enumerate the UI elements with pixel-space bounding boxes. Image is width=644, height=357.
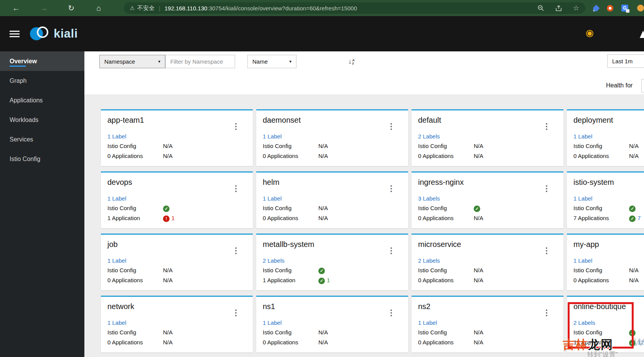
istio-config-label: Istio Config	[107, 267, 163, 274]
kebab-menu-icon[interactable]	[235, 246, 237, 255]
kebab-menu-icon[interactable]	[390, 184, 392, 193]
ok-status-icon[interactable]: ✓	[318, 268, 325, 274]
namespace-filter-input[interactable]	[165, 55, 235, 68]
kebab-menu-icon[interactable]	[546, 308, 547, 318]
ok-status-icon[interactable]: ✓	[629, 330, 636, 336]
labels-link[interactable]: 1 Label	[573, 133, 592, 140]
applications-status: N/A	[629, 152, 639, 160]
bell-icon[interactable]	[640, 31, 644, 38]
ok-status-icon[interactable]: ✓	[474, 206, 480, 212]
applications-label: 0 Applications	[263, 339, 318, 346]
mesh-warning-status-icon[interactable]	[586, 30, 593, 37]
applications-label: 7 Applications	[573, 214, 629, 222]
applications-label: 0 Applications	[573, 152, 629, 160]
kebab-menu-icon[interactable]	[390, 246, 392, 255]
ok-status-icon[interactable]: ✓	[629, 216, 636, 222]
bookmark-star-icon[interactable]: ☆	[573, 5, 579, 12]
istio-config-label: Istio Config	[263, 329, 318, 336]
labels-link[interactable]: 1 Label	[107, 133, 126, 140]
namespace-title: istio-system	[573, 177, 644, 187]
ok-status-icon[interactable]: ✓	[163, 206, 170, 212]
sort-field-select[interactable]: Name ▾	[247, 55, 296, 68]
duration-select[interactable]: Last 1m ▾	[607, 54, 644, 68]
applications-label: 0 Applications	[107, 339, 163, 346]
reload-icon[interactable]: ↻	[67, 3, 76, 13]
labels-link[interactable]: 1 Label	[418, 319, 437, 327]
translate-extension-icon[interactable]: G	[621, 5, 628, 12]
kebab-menu-icon[interactable]	[546, 122, 547, 131]
labels-link[interactable]: 1 Label	[573, 257, 592, 265]
kiali-logo: kiali	[30, 26, 78, 41]
labels-link[interactable]: 2 Labels	[263, 257, 285, 265]
sidebar-item-applications[interactable]: Applications	[0, 90, 84, 110]
filter-type-select[interactable]: Namespace ▾	[99, 55, 165, 68]
url-path: :30754/kiali/console/overview?duration=6…	[207, 5, 357, 12]
namespace-title: ns2	[418, 301, 557, 311]
labels-link[interactable]: 1 Label	[107, 257, 126, 265]
sidebar-item-services[interactable]: Services	[0, 130, 84, 149]
extension-orange-icon[interactable]	[607, 5, 613, 12]
labels-link[interactable]: 1 Label	[263, 133, 282, 140]
ok-status-icon[interactable]: ✓	[318, 278, 325, 284]
share-icon[interactable]	[555, 5, 562, 12]
applications-row: 0 Applications N/A	[107, 276, 246, 284]
extension-partial-icon[interactable]	[637, 5, 644, 12]
istio-config-label: Istio Config	[418, 267, 474, 274]
applications-count[interactable]: 1	[171, 215, 175, 221]
applications-row: 7 Applications ✓7	[573, 214, 644, 222]
sidebar-item-workloads[interactable]: Workloads	[0, 110, 84, 130]
applications-count[interactable]: 1	[327, 277, 330, 283]
namespace-title: job	[107, 239, 246, 249]
chevron-down-icon: ▾	[289, 59, 292, 64]
hamburger-menu-icon[interactable]	[10, 29, 20, 39]
labels-link[interactable]: 2 Labels	[573, 319, 595, 327]
extension-blue-icon[interactable]	[593, 5, 600, 12]
kebab-menu-icon[interactable]	[235, 184, 237, 193]
kebab-menu-icon[interactable]	[235, 122, 237, 131]
sidebar-item-overview[interactable]: Overview	[0, 51, 84, 71]
ok-status-icon[interactable]: ✓	[629, 206, 636, 212]
istio-config-row: Istio Config N/A	[107, 142, 246, 150]
istio-config-row: Istio Config ✓	[573, 329, 644, 336]
health-type-select[interactable]	[641, 79, 644, 92]
security-label[interactable]: 不安全	[137, 5, 155, 12]
error-status-icon[interactable]: !	[163, 216, 170, 222]
labels-link[interactable]: 2 Labels	[418, 257, 440, 265]
istio-config-row: Istio Config N/A	[418, 267, 557, 274]
side-navigation: Overview Graph Applications Workloads Se…	[0, 51, 84, 357]
kebab-menu-icon[interactable]	[546, 246, 547, 255]
applications-label: 0 Applications	[418, 214, 474, 222]
back-icon[interactable]: ←	[12, 4, 21, 13]
applications-count[interactable]: 7	[637, 215, 641, 221]
sidebar-item-istio-config[interactable]: Istio Config	[0, 149, 84, 169]
labels-link[interactable]: 1 Label	[107, 319, 126, 327]
applications-status: N/A	[474, 276, 483, 284]
istio-config-label: Istio Config	[107, 204, 163, 212]
labels-link[interactable]: 1 Label	[573, 195, 592, 202]
kebab-menu-icon[interactable]	[235, 308, 237, 318]
applications-row: 0 Applications N/A	[418, 214, 557, 222]
namespace-card-job: job 1 Label Istio Config N/A 0 Applicati…	[101, 234, 253, 290]
kebab-menu-icon[interactable]	[390, 122, 392, 131]
zoom-icon[interactable]	[537, 5, 544, 12]
namespace-card-daemonset: daemonset 1 Label Istio Config N/A 0 App…	[256, 109, 408, 166]
labels-link[interactable]: 1 Label	[263, 319, 282, 327]
labels-link[interactable]: 3 Labels	[418, 195, 440, 202]
labels-link[interactable]: 2 Labels	[418, 133, 440, 140]
istio-config-status: N/A	[629, 142, 639, 150]
istio-config-status: ✓	[318, 267, 325, 274]
kebab-menu-icon[interactable]	[546, 184, 547, 193]
labels-link[interactable]: 1 Label	[263, 195, 282, 202]
istio-config-row: Istio Config N/A	[107, 267, 246, 274]
namespace-card-metallb-system: metallb-system 2 Labels Istio Config ✓ 1…	[256, 234, 408, 290]
home-icon[interactable]: ⌂	[94, 4, 104, 13]
labels-link[interactable]: 1 Label	[107, 195, 126, 202]
address-bar[interactable]: ⚠ 不安全 | 192.168.110.130:30754/kiali/cons…	[124, 2, 586, 14]
sidebar-item-graph[interactable]: Graph	[0, 71, 84, 90]
forward-icon[interactable]: →	[39, 4, 48, 13]
sort-az-icon[interactable]: ↓ Az	[348, 58, 355, 66]
kebab-menu-icon[interactable]	[390, 308, 392, 318]
masthead: kiali	[0, 16, 644, 51]
namespace-title: metallb-system	[263, 239, 402, 249]
istio-config-row: Istio Config ✓	[418, 204, 557, 212]
